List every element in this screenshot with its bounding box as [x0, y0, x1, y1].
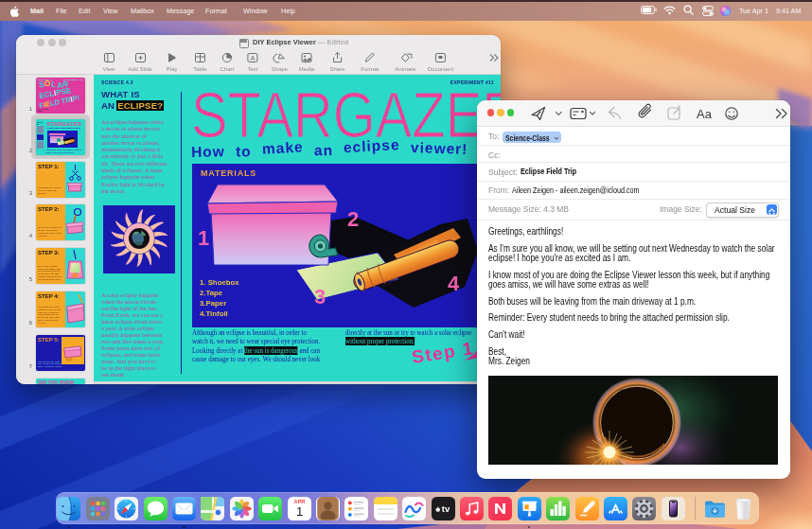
svg-text:4.Tinfoil: 4.Tinfoil	[200, 309, 228, 318]
svg-text:1: 1	[295, 504, 302, 519]
svg-text:2: 2	[347, 207, 359, 231]
svg-text:3.Paper: 3.Paper	[200, 299, 226, 308]
svg-text:MATERIALS: MATERIALS	[201, 168, 256, 178]
svg-text:3: 3	[314, 285, 326, 309]
svg-text:1: 1	[198, 226, 209, 250]
svg-text:Aa: Aa	[697, 107, 713, 121]
svg-text:A: A	[250, 54, 255, 62]
svg-text:1. Shoebox: 1. Shoebox	[200, 278, 239, 287]
svg-text:4: 4	[448, 272, 460, 295]
svg-text:2.Tape: 2.Tape	[200, 289, 223, 297]
svg-text:tv: tv	[441, 503, 450, 514]
